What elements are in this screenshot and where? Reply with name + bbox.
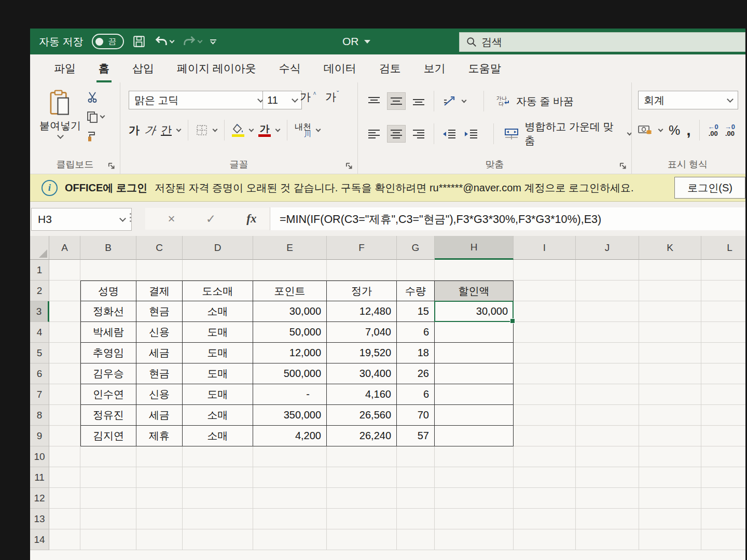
row-header-10[interactable]: 10 [30, 446, 49, 467]
redo-button[interactable] [182, 34, 202, 49]
cell-L12[interactable] [701, 488, 745, 509]
font-name-select[interactable]: 맑은 고딕 [129, 91, 269, 109]
cell-B1[interactable] [80, 260, 136, 281]
cell-K3[interactable] [639, 301, 701, 322]
cell-F13[interactable] [327, 509, 397, 529]
copy-button[interactable] [86, 110, 104, 123]
align-center-button[interactable] [387, 125, 406, 143]
cell-H4[interactable] [435, 322, 514, 343]
cell-A2[interactable] [49, 281, 80, 301]
cell-A13[interactable] [49, 509, 80, 529]
cell-F6[interactable]: 30,400 [327, 363, 397, 384]
cell-F7[interactable]: 4,160 [327, 384, 397, 405]
autosave-toggle[interactable]: 끔 [92, 34, 124, 49]
cell-J13[interactable] [576, 509, 639, 529]
cell-G4[interactable]: 6 [397, 322, 435, 343]
save-button[interactable] [132, 35, 146, 48]
wrap-text-button[interactable]: 가나 다 [494, 93, 512, 109]
cell-H11[interactable] [435, 467, 514, 488]
paste-button[interactable]: 붙여넣기 [36, 90, 84, 138]
cell-A8[interactable] [49, 405, 80, 426]
cell-D2[interactable]: 도소매 [183, 281, 253, 301]
orientation-dropdown-icon[interactable] [462, 98, 467, 103]
cell-F10[interactable] [327, 446, 397, 467]
cell-A5[interactable] [49, 343, 80, 363]
cell-E14[interactable] [253, 529, 327, 550]
grow-font-button[interactable]: 가＾ [300, 90, 318, 104]
cell-L11[interactable] [701, 467, 745, 488]
cell-F1[interactable] [327, 260, 397, 281]
underline-button[interactable]: 간 [161, 123, 172, 137]
tab-보기[interactable]: 보기 [412, 55, 457, 82]
cell-H3[interactable]: 30,000 [435, 301, 514, 322]
cell-C8[interactable]: 세금 [136, 405, 183, 426]
cell-F12[interactable] [327, 488, 397, 509]
column-header-J[interactable]: J [576, 236, 639, 260]
row-header-3[interactable]: 3 [30, 301, 49, 322]
cell-D3[interactable]: 소매 [183, 301, 253, 322]
account-menu[interactable]: OR [342, 29, 370, 54]
cell-G8[interactable]: 70 [397, 405, 435, 426]
cell-H7[interactable] [435, 384, 514, 405]
cell-K13[interactable] [639, 509, 701, 529]
underline-dropdown-icon[interactable] [176, 127, 182, 132]
tab-홈[interactable]: 홈 [87, 55, 121, 82]
cell-D1[interactable] [183, 260, 253, 281]
column-header-D[interactable]: D [183, 236, 253, 260]
cell-J8[interactable] [576, 405, 639, 426]
cell-D6[interactable]: 도매 [183, 363, 253, 384]
column-header-B[interactable]: B [80, 236, 136, 260]
cell-G9[interactable]: 57 [397, 426, 435, 446]
cell-I9[interactable] [514, 426, 576, 446]
column-header-K[interactable]: K [639, 236, 701, 260]
cell-C13[interactable] [136, 509, 183, 529]
cell-G1[interactable] [397, 260, 435, 281]
customize-toolbar-button[interactable] [210, 39, 216, 44]
cell-G11[interactable] [397, 467, 435, 488]
cell-E2[interactable]: 포인트 [253, 281, 327, 301]
cell-G6[interactable]: 26 [397, 363, 435, 384]
column-header-H[interactable]: H [435, 236, 514, 260]
row-header-4[interactable]: 4 [30, 322, 49, 343]
merge-center-dropdown-icon[interactable] [627, 131, 632, 136]
fill-color-dropdown-icon[interactable] [249, 127, 254, 132]
tab-삽입[interactable]: 삽입 [121, 55, 165, 82]
phonetic-dropdown-icon[interactable] [316, 127, 321, 132]
row-header-11[interactable]: 11 [30, 467, 49, 488]
cell-D10[interactable] [183, 446, 253, 467]
cell-I8[interactable] [514, 405, 576, 426]
tab-도움말[interactable]: 도움말 [457, 55, 513, 82]
cell-B2[interactable]: 성명 [80, 281, 136, 301]
bold-button[interactable]: 가 [129, 123, 140, 137]
cell-G12[interactable] [397, 488, 435, 509]
row-header-7[interactable]: 7 [30, 384, 49, 405]
align-top-button[interactable] [365, 93, 383, 109]
cell-C11[interactable] [136, 467, 183, 488]
alignment-dialog-launcher[interactable] [619, 162, 627, 170]
row-header-14[interactable]: 14 [30, 529, 49, 550]
cell-C5[interactable]: 세금 [136, 343, 183, 363]
formula-input[interactable]: =MIN(IF(OR(C3="제휴",C3="현금"),F3*G3*30%,F3… [270, 207, 745, 230]
fill-color-button[interactable] [232, 123, 244, 137]
cell-I7[interactable] [514, 384, 576, 405]
cell-D13[interactable] [183, 509, 253, 529]
cell-B11[interactable] [80, 467, 136, 488]
cell-J5[interactable] [576, 343, 639, 363]
cell-C3[interactable]: 현금 [136, 301, 183, 322]
cell-I12[interactable] [514, 488, 576, 509]
cell-E1[interactable] [253, 260, 327, 281]
cell-B14[interactable] [80, 529, 136, 550]
insert-function-button[interactable]: fx [246, 212, 256, 226]
cell-F2[interactable]: 정가 [327, 281, 397, 301]
column-header-E[interactable]: E [253, 236, 327, 260]
tab-검토[interactable]: 검토 [368, 55, 412, 82]
column-header-G[interactable]: G [397, 236, 435, 260]
align-bottom-button[interactable] [410, 93, 427, 109]
increase-indent-button[interactable] [462, 125, 480, 142]
login-button[interactable]: 로그인(S) [674, 177, 745, 199]
align-left-button[interactable] [365, 125, 383, 142]
cell-K8[interactable] [639, 405, 701, 426]
cell-J2[interactable] [576, 281, 639, 301]
row-header-9[interactable]: 9 [30, 426, 49, 446]
cell-L13[interactable] [701, 509, 745, 529]
